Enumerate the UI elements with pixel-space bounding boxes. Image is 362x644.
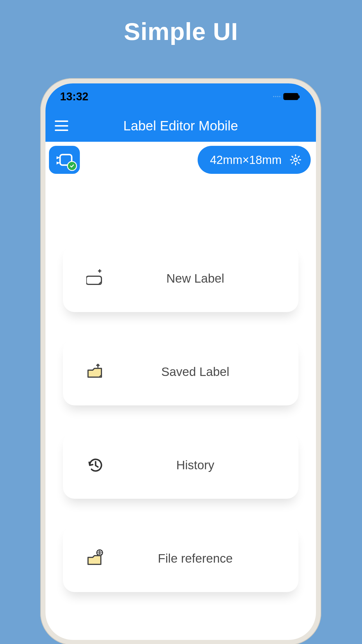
promo-title: Simple UI (0, 0, 362, 46)
new-label-text: New Label (104, 272, 287, 286)
battery-icon (283, 93, 298, 100)
gear-icon (289, 153, 302, 166)
saved-label-text: Saved Label (104, 365, 287, 379)
label-size-button[interactable]: 42mm×18mm (198, 146, 311, 174)
history-text: History (104, 458, 287, 472)
phone-screen: 13:32 Label Editor Mobile (45, 83, 316, 640)
file-reference-button[interactable]: File reference (63, 525, 298, 592)
saved-label-button[interactable]: Saved Label (63, 338, 298, 405)
signal-icon (273, 96, 280, 97)
check-icon (67, 161, 77, 171)
file-reference-text: File reference (104, 552, 287, 566)
main-menu: New Label Saved Label (45, 178, 316, 592)
printer-status-button[interactable] (49, 146, 80, 174)
status-time: 13:32 (60, 90, 88, 103)
app-title: Label Editor Mobile (55, 118, 307, 134)
svg-point-1 (294, 158, 297, 162)
status-bar: 13:32 (45, 83, 316, 110)
app-header: Label Editor Mobile (45, 110, 316, 142)
new-label-button[interactable]: New Label (63, 245, 298, 312)
phone-frame: 13:32 Label Editor Mobile (40, 78, 321, 644)
label-size-value: 42mm×18mm (210, 153, 282, 167)
top-tool-row: 42mm×18mm (45, 142, 316, 178)
history-button[interactable]: History (63, 432, 298, 499)
status-icons (273, 93, 298, 100)
